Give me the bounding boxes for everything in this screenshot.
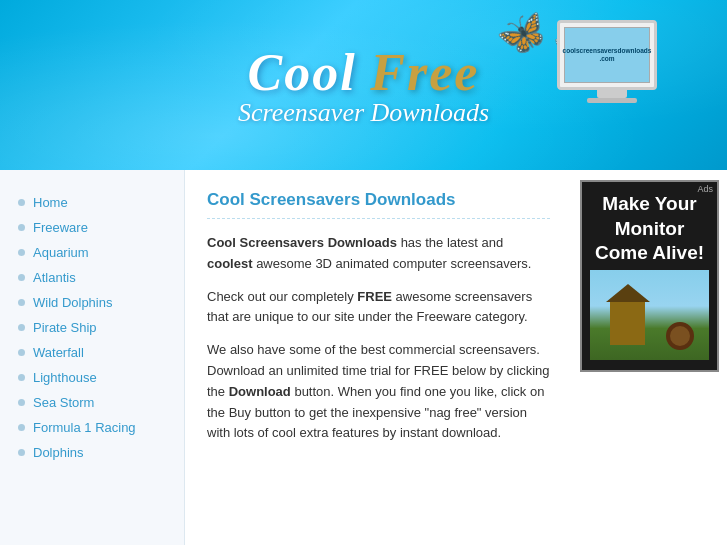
bullet-icon	[18, 449, 25, 456]
sidebar-item-sea-storm[interactable]: Sea Storm	[0, 390, 184, 415]
mill-building	[610, 300, 645, 345]
sidebar-label-formula1: Formula 1 Racing	[33, 420, 136, 435]
ad-image	[590, 270, 709, 360]
main-wrapper: Home Freeware Aquarium Atlantis Wild Dol…	[0, 170, 727, 545]
bold-download: Download	[229, 384, 291, 399]
sidebar-label-pirate-ship: Pirate Ship	[33, 320, 97, 335]
bullet-icon	[18, 399, 25, 406]
ad-title: Make Your Monitor Come Alive!	[595, 193, 704, 263]
header-title-free: Free	[370, 44, 479, 101]
bullet-icon	[18, 224, 25, 231]
sidebar-item-waterfall[interactable]: Waterfall	[0, 340, 184, 365]
content-title: Cool Screensavers Downloads	[207, 190, 550, 219]
sidebar-label-freeware: Freeware	[33, 220, 88, 235]
monitor-stand	[597, 90, 627, 98]
sidebar-item-freeware[interactable]: Freeware	[0, 215, 184, 240]
bullet-icon	[18, 424, 25, 431]
content-paragraph3: We also have some of the best commercial…	[207, 340, 550, 444]
header-title-row: Cool Free	[238, 43, 489, 102]
sidebar-label-lighthouse: Lighthouse	[33, 370, 97, 385]
sidebar-item-aquarium[interactable]: Aquarium	[0, 240, 184, 265]
main-content: Cool Screensavers Downloads Cool Screens…	[185, 170, 572, 545]
header-title-cool: Cool	[248, 44, 357, 101]
sidebar-item-pirate-ship[interactable]: Pirate Ship	[0, 315, 184, 340]
bullet-icon	[18, 274, 25, 281]
para2-before: Check out our completely	[207, 289, 357, 304]
sidebar-item-home[interactable]: Home	[0, 190, 184, 215]
monitor-text: coolscreensaversdownloads .com	[563, 47, 652, 64]
sidebar-label-atlantis: Atlantis	[33, 270, 76, 285]
header-content: Cool Free Screensaver Downloads	[238, 43, 489, 128]
content-paragraph1: Cool Screensavers Downloads has the late…	[207, 233, 550, 275]
mill-wheel	[666, 322, 694, 350]
ad-label: Ads	[697, 184, 713, 196]
ad-box[interactable]: Ads Make Your Monitor Come Alive!	[580, 180, 719, 372]
sidebar-item-atlantis[interactable]: Atlantis	[0, 265, 184, 290]
bullet-icon	[18, 199, 25, 206]
monitor-body: coolscreensaversdownloads .com	[557, 20, 657, 90]
content-paragraph2: Check out our completely FREE awesome sc…	[207, 287, 550, 329]
sidebar-label-home: Home	[33, 195, 68, 210]
sidebar-label-wild-dolphins: Wild Dolphins	[33, 295, 112, 310]
bold-free: FREE	[357, 289, 392, 304]
sidebar-label-aquarium: Aquarium	[33, 245, 89, 260]
sidebar-label-waterfall: Waterfall	[33, 345, 84, 360]
bullet-icon	[18, 324, 25, 331]
bold-coolest: coolest	[207, 256, 253, 271]
bullet-icon	[18, 349, 25, 356]
sidebar-label-sea-storm: Sea Storm	[33, 395, 94, 410]
sidebar-label-dolphins: Dolphins	[33, 445, 84, 460]
sidebar-item-dolphins[interactable]: Dolphins	[0, 440, 184, 465]
monitor-base	[587, 98, 637, 103]
site-header: 🦋 🦋 Cool Free Screensaver Downloads cool…	[0, 0, 727, 170]
monitor-screen: coolscreensaversdownloads .com	[564, 27, 650, 83]
bold-brand: Cool Screensavers Downloads	[207, 235, 397, 250]
header-monitor: coolscreensaversdownloads .com	[557, 20, 667, 110]
para1-text2: awesome 3D animated computer screensaver…	[253, 256, 532, 271]
sidebar: Home Freeware Aquarium Atlantis Wild Dol…	[0, 170, 185, 545]
para1-text1: has the latest and	[397, 235, 503, 250]
header-subtitle: Screensaver Downloads	[238, 98, 489, 128]
bullet-icon	[18, 299, 25, 306]
bullet-icon	[18, 249, 25, 256]
ad-panel: Ads Make Your Monitor Come Alive!	[572, 170, 727, 545]
sidebar-item-lighthouse[interactable]: Lighthouse	[0, 365, 184, 390]
bullet-icon	[18, 374, 25, 381]
sidebar-item-formula1[interactable]: Formula 1 Racing	[0, 415, 184, 440]
sidebar-item-wild-dolphins[interactable]: Wild Dolphins	[0, 290, 184, 315]
mill-roof	[606, 284, 650, 302]
